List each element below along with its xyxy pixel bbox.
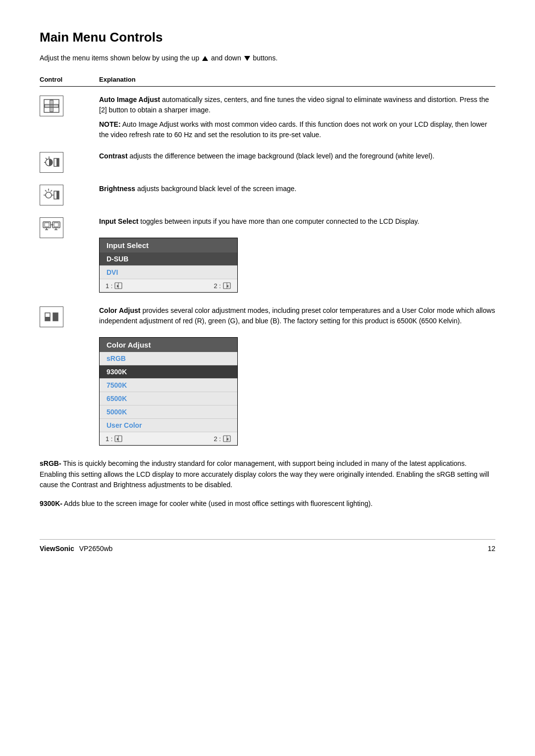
svg-point-16 (46, 192, 52, 198)
osd-footer-left: 1 : (106, 282, 123, 290)
osd-input-dsub: D-SUB (100, 252, 237, 266)
row-contrast: Contrast adjusts the difference between … (40, 151, 495, 173)
term-contrast: Contrast (99, 152, 128, 160)
osd-color-5000k: 5000K (100, 405, 237, 419)
svg-rect-38 (53, 313, 58, 321)
icon-cell-color-adjust (40, 305, 99, 327)
model-name: VP2650wb (79, 545, 113, 553)
osd-color-footer-left: 1 : (106, 435, 123, 443)
term-color-adjust: Color Adjust (99, 306, 140, 314)
svg-line-12 (45, 190, 47, 192)
svg-rect-20 (45, 223, 49, 227)
up-arrow-icon (202, 56, 208, 61)
description-color-adjust: Color Adjust provides several color adju… (99, 305, 495, 448)
osd-color-9300k: 9300K (100, 365, 237, 379)
term-brightness: Brightness (99, 185, 135, 193)
row-brightness: Brightness adjusts background black leve… (40, 184, 495, 205)
svg-rect-22 (54, 223, 58, 227)
color-adjust-icon (40, 306, 63, 327)
intro-text: Adjust the menu items shown below by usi… (40, 54, 495, 62)
table-header: Control Explanation (40, 76, 495, 87)
row-auto-image-adjust: Auto Image Adjust automatically sizes, c… (40, 95, 495, 140)
osd-input-select: Input Select D-SUB DVI 1 : 2 : (99, 238, 238, 293)
down-arrow-icon (244, 56, 250, 61)
svg-rect-37 (45, 317, 50, 321)
auto-image-icon (40, 96, 63, 116)
note-label: NOTE: (99, 120, 121, 128)
page-title: Main Menu Controls (40, 30, 495, 45)
col-control-header: Control (40, 76, 99, 83)
term-srgb: sRGB- (40, 459, 61, 467)
auto-image-svg (44, 99, 59, 113)
description-contrast: Contrast adjusts the difference between … (99, 151, 495, 161)
term-auto-image-adjust: Auto Image Adjust (99, 96, 160, 103)
description-input-select: Input Select toggles between inputs if y… (99, 216, 495, 295)
row-color-adjust: Color Adjust provides several color adju… (40, 305, 495, 448)
icon-cell-auto-image (40, 95, 99, 116)
col-explanation-header: Explanation (99, 76, 136, 83)
osd-color-user: User Color (100, 419, 237, 432)
osd-color-title: Color Adjust (100, 338, 237, 352)
osd-color-adjust: Color Adjust sRGB 9300K 7500K 6500K 5000… (99, 337, 238, 446)
description-brightness: Brightness adjusts background black leve… (99, 184, 495, 194)
osd-footer-right: 2 : (214, 282, 231, 290)
svg-rect-18 (56, 191, 59, 199)
icon-cell-contrast (40, 151, 99, 173)
brightness-icon (40, 185, 63, 205)
footer-brand: ViewSonic VP2650wb (40, 545, 112, 553)
svg-rect-10 (56, 158, 59, 166)
extra-paragraphs: sRGB- This is quickly becoming the indus… (40, 458, 495, 509)
9300k-paragraph: 9300K- Adds blue to the screen image for… (40, 499, 495, 509)
term-9300k: 9300K- (40, 500, 62, 507)
osd-color-7500k: 7500K (100, 379, 237, 392)
term-input-select: Input Select (99, 217, 138, 225)
icon-cell-brightness (40, 184, 99, 205)
footer-page-number: 12 (487, 545, 495, 553)
osd-input-dvi: DVI (100, 266, 237, 279)
osd-color-srgb: sRGB (100, 352, 237, 365)
page-footer: ViewSonic VP2650wb 12 (40, 539, 495, 553)
osd-color-6500k: 6500K (100, 392, 237, 405)
osd-color-footer: 1 : 2 : (100, 432, 237, 445)
osd-input-footer: 1 : 2 : (100, 279, 237, 292)
contrast-icon (40, 152, 63, 173)
input-select-icon (40, 217, 63, 238)
description-auto-image: Auto Image Adjust automatically sizes, c… (99, 95, 495, 140)
osd-color-footer-right: 2 : (214, 435, 231, 443)
srgb-paragraph: sRGB- This is quickly becoming the indus… (40, 458, 495, 491)
osd-input-select-title: Input Select (100, 238, 237, 252)
row-input-select: Input Select toggles between inputs if y… (40, 216, 495, 295)
brand-name: ViewSonic (40, 545, 74, 553)
svg-line-14 (51, 190, 52, 192)
icon-cell-input-select (40, 216, 99, 238)
svg-line-6 (46, 158, 47, 159)
